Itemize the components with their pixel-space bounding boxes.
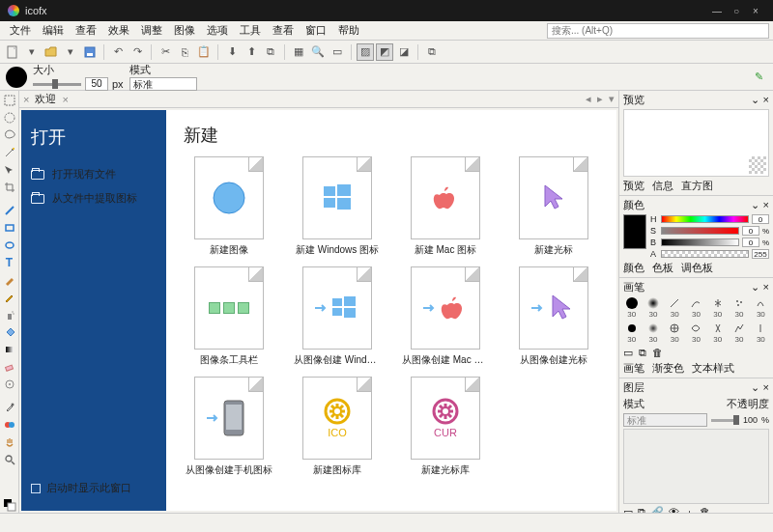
tab-preview[interactable]: 预览 <box>623 179 644 193</box>
tab-palette[interactable]: 调色板 <box>681 261 713 275</box>
bri-slider[interactable] <box>661 238 739 246</box>
tab-swatches[interactable]: 色板 <box>652 261 673 275</box>
fit-button[interactable]: ▭ <box>329 43 346 61</box>
lasso-tool[interactable] <box>2 127 17 143</box>
opacity-slider[interactable] <box>711 419 739 422</box>
panel-collapse-icon[interactable]: ⌄ <box>751 381 759 394</box>
crop-tool[interactable] <box>2 180 17 195</box>
current-color-swatch[interactable] <box>6 67 27 88</box>
move-tool[interactable] <box>2 162 17 178</box>
open-button[interactable] <box>43 43 60 61</box>
panel-close-icon[interactable]: × <box>763 381 769 394</box>
close-button[interactable]: × <box>746 6 765 16</box>
maximize-button[interactable]: ○ <box>727 6 746 16</box>
menu-options[interactable]: 选项 <box>201 21 234 40</box>
overlay1-button[interactable]: ◩ <box>376 43 393 61</box>
tab-gradient[interactable]: 渐变色 <box>652 361 684 376</box>
mode-select[interactable]: 标准 <box>129 77 197 91</box>
panel-close-icon[interactable]: × <box>763 281 769 294</box>
card-from-image-mac[interactable]: 从图像创建 Mac 图标 <box>400 266 491 367</box>
pencil-tool[interactable] <box>2 290 17 305</box>
cut-button[interactable]: ✂ <box>157 43 174 61</box>
menu-help[interactable]: 帮助 <box>332 21 365 40</box>
card-new-windows-icon[interactable]: 新建 Windows 图标 <box>292 156 383 257</box>
brush-preset[interactable]: 30 <box>709 296 726 319</box>
tab-brush[interactable]: 画笔 <box>623 361 644 376</box>
sidebar-item-open-file[interactable]: 打开现有文件 <box>31 162 157 186</box>
brush-preset-icon[interactable]: ✎ <box>750 69 767 86</box>
menu-effects[interactable]: 效果 <box>102 21 135 40</box>
sat-slider[interactable] <box>661 227 739 235</box>
brush-add-icon[interactable]: ▭ <box>623 347 633 359</box>
sat-value[interactable]: 0 <box>742 226 759 236</box>
new-dropdown[interactable]: ▾ <box>23 43 41 61</box>
menu-file[interactable]: 文件 <box>4 21 37 40</box>
card-new-cursor-library[interactable]: CUR 新建光标库 <box>400 377 491 477</box>
search-input[interactable] <box>547 23 769 39</box>
card-image-strip[interactable]: 图像条工具栏 <box>184 266 274 367</box>
tab-color[interactable]: 颜色 <box>623 261 644 275</box>
grid-button[interactable]: ▦ <box>290 43 307 61</box>
hue-slider[interactable] <box>661 215 749 223</box>
color-swatch[interactable] <box>623 214 646 249</box>
overlay2-button[interactable]: ◪ <box>395 43 413 61</box>
tab-textstyle[interactable]: 文本样式 <box>692 361 734 376</box>
tab-menu[interactable]: ▾ <box>609 93 615 105</box>
card-from-image-windows[interactable]: 从图像创建 Windows ... <box>292 266 383 367</box>
eraser-tool[interactable] <box>2 359 17 375</box>
size-slider[interactable] <box>33 83 81 86</box>
retouch-tool[interactable] <box>2 377 17 392</box>
hue-value[interactable]: 0 <box>752 214 769 224</box>
menu-window[interactable]: 窗口 <box>300 21 332 40</box>
brush-del-icon[interactable]: 🗑 <box>652 347 663 359</box>
marquee-ellipse-tool[interactable] <box>2 110 17 126</box>
sidebar-item-extract[interactable]: 从文件中提取图标 <box>31 186 157 210</box>
paste-button[interactable]: 📋 <box>195 43 213 61</box>
rect-tool[interactable] <box>2 220 17 236</box>
menu-image[interactable]: 图像 <box>168 21 201 40</box>
link-button[interactable]: ⧉ <box>423 43 441 61</box>
card-new-cursor[interactable]: 新建光标 <box>508 156 599 257</box>
card-from-image-mobile[interactable]: 从图像创建手机图标 <box>184 377 274 477</box>
zoom-tool[interactable] <box>2 452 17 467</box>
gradient-tool[interactable] <box>2 342 17 357</box>
brush-preset[interactable]: 30 <box>644 296 661 319</box>
card-from-image-cursor[interactable]: 从图像创建光标 <box>508 266 599 367</box>
panel-close-icon[interactable]: × <box>763 199 769 211</box>
panel-collapse-icon[interactable]: ⌄ <box>751 94 759 106</box>
alpha-slider[interactable] <box>661 250 749 258</box>
import-button[interactable]: ⬇ <box>223 43 241 61</box>
menu-view[interactable]: 查看 <box>70 21 102 40</box>
spray-tool[interactable] <box>2 307 17 322</box>
minimize-button[interactable]: — <box>707 6 727 16</box>
brush-preset[interactable]: 30 <box>730 296 747 319</box>
layer-mode-select[interactable]: 标准 <box>623 413 707 427</box>
undo-button[interactable]: ↶ <box>109 43 127 61</box>
brush-preset[interactable]: 30 <box>730 322 747 344</box>
export-button[interactable]: ⬆ <box>243 43 260 61</box>
card-new-icon-library[interactable]: ICO 新建图标库 <box>292 377 383 477</box>
save-button[interactable] <box>81 43 99 61</box>
color-replace-tool[interactable] <box>2 417 17 433</box>
bri-value[interactable]: 0 <box>742 238 759 247</box>
tab-nav-left[interactable]: ◂ <box>586 93 591 105</box>
panel-collapse-icon[interactable]: ⌄ <box>751 199 759 211</box>
tab-histogram[interactable]: 直方图 <box>681 179 713 193</box>
menu-tools[interactable]: 工具 <box>234 21 267 40</box>
card-new-mac-icon[interactable]: 新建 Mac 图标 <box>400 156 491 257</box>
marquee-rect-tool[interactable] <box>2 93 17 108</box>
brush-load-icon[interactable]: ⧉ <box>639 347 646 359</box>
tab-close-icon[interactable]: × <box>23 94 29 105</box>
ellipse-tool[interactable] <box>2 238 17 253</box>
size-value[interactable]: 50 <box>85 77 108 91</box>
brush-preset[interactable]: 30 <box>623 296 640 319</box>
opacity-value[interactable]: 100 <box>743 415 758 425</box>
brush-preset[interactable]: 30 <box>753 322 769 344</box>
copy-button[interactable]: ⎘ <box>176 43 193 61</box>
wand-tool[interactable] <box>2 145 17 160</box>
show-on-start-checkbox[interactable] <box>31 484 41 493</box>
brush-tool[interactable] <box>2 272 17 288</box>
brush-preset[interactable]: 30 <box>623 322 640 344</box>
hand-tool[interactable] <box>2 434 17 450</box>
fill-tool[interactable] <box>2 324 17 340</box>
